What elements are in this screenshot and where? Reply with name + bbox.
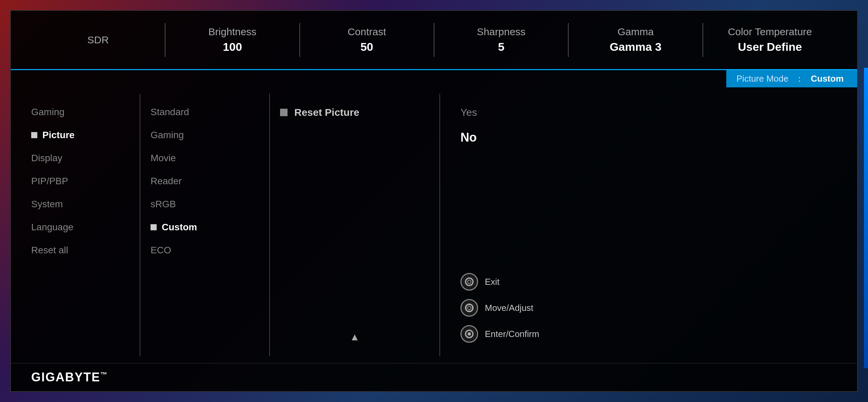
header-contrast-label: Contrast <box>348 25 386 39</box>
sub-menu-item-srgb[interactable]: sRGB <box>151 193 259 216</box>
menu-gaming-label: Gaming <box>31 107 64 118</box>
osd-panel: SDR Brightness 100 Contrast 50 Sharpness… <box>10 10 858 392</box>
svg-point-8 <box>465 330 473 338</box>
picture-mode-label: Picture Mode <box>736 73 788 84</box>
menu-display-label: Display <box>31 153 62 164</box>
menu-item-system[interactable]: System <box>31 193 130 216</box>
header-contrast-value: 50 <box>360 39 373 55</box>
header-bar: SDR Brightness 100 Contrast 50 Sharpness… <box>11 11 857 70</box>
svg-marker-4 <box>468 303 470 305</box>
menu-picture-bullet <box>31 132 37 138</box>
value-no-label: No <box>460 130 477 144</box>
option-reset-label: Reset Picture <box>294 107 359 118</box>
svg-point-2 <box>465 304 473 312</box>
control-enter-confirm-label: Enter/Confirm <box>485 329 539 339</box>
header-item-sharpness: Sharpness 5 <box>434 25 568 55</box>
value-item-yes[interactable]: Yes <box>460 101 837 124</box>
svg-marker-6 <box>465 307 467 309</box>
value-item-no[interactable]: No <box>460 124 837 151</box>
svg-point-9 <box>468 332 471 336</box>
header-item-contrast: Contrast 50 <box>300 25 434 55</box>
sub-menu-column: Standard Gaming Movie Reader sRGB Custom <box>140 87 269 363</box>
menu-pip-pbp-label: PIP/PBP <box>31 176 68 187</box>
move-adjust-icon <box>460 299 478 317</box>
control-exit[interactable]: Exit <box>460 273 837 291</box>
brand-name: GIGABYTE™ <box>31 370 108 384</box>
header-sharpness-label: Sharpness <box>477 25 525 39</box>
main-menu-column: Gaming Picture Display PIP/PBP System La… <box>11 87 140 363</box>
header-item-gamma: Gamma Gamma 3 <box>569 25 702 55</box>
sub-menu-item-movie[interactable]: Movie <box>151 147 259 170</box>
header-item-brightness: Brightness 100 <box>165 25 299 55</box>
sub-menu-item-gaming[interactable]: Gaming <box>151 124 259 147</box>
menu-item-language[interactable]: Language <box>31 216 130 239</box>
header-item-color-temp: Color Temperature User Define <box>703 25 837 55</box>
sub-movie-label: Movie <box>151 153 176 164</box>
sub-menu-item-standard[interactable]: Standard <box>151 101 259 124</box>
svg-point-0 <box>465 278 473 286</box>
sub-custom-label: Custom <box>162 222 197 233</box>
menu-picture-label: Picture <box>42 130 75 141</box>
header-gamma-label: Gamma <box>617 25 654 39</box>
options-column: Reset Picture ▲ <box>270 87 439 363</box>
sub-eco-label: ECO <box>151 245 171 256</box>
brand-bar: GIGABYTE™ <box>11 363 857 391</box>
menu-item-pip-pbp[interactable]: PIP/PBP <box>31 170 130 193</box>
sub-menu-item-eco[interactable]: ECO <box>151 239 259 262</box>
scroll-up-arrow[interactable]: ▲ <box>280 324 429 350</box>
sub-menu-item-reader[interactable]: Reader <box>151 170 259 193</box>
svg-point-1 <box>468 280 471 283</box>
main-content: Gaming Picture Display PIP/PBP System La… <box>11 87 857 363</box>
option-reset-square <box>280 109 288 116</box>
values-column: Yes No Exit <box>440 87 857 363</box>
header-sharpness-value: 5 <box>498 39 505 55</box>
menu-item-display[interactable]: Display <box>31 147 130 170</box>
sub-gaming-label: Gaming <box>151 130 184 141</box>
sub-reader-label: Reader <box>151 176 182 187</box>
header-color-temp-value: User Define <box>738 39 802 55</box>
header-gamma-value: Gamma 3 <box>610 39 662 55</box>
sub-custom-bullet <box>151 224 157 230</box>
control-move-adjust-label: Move/Adjust <box>485 303 533 313</box>
header-item-sdr: SDR <box>31 33 165 47</box>
picture-mode-colon: ： <box>795 73 804 85</box>
enter-confirm-icon <box>460 325 478 343</box>
scroll-bar[interactable] <box>864 68 868 368</box>
menu-reset-all-label: Reset all <box>31 245 68 256</box>
sub-standard-label: Standard <box>151 107 189 118</box>
picture-mode-bar: Picture Mode ： Custom <box>11 70 857 87</box>
header-brightness-label: Brightness <box>209 25 257 39</box>
value-yes-label: Yes <box>460 107 477 118</box>
menu-language-label: Language <box>31 222 74 233</box>
picture-mode-tag: Picture Mode ： Custom <box>726 70 857 87</box>
menu-system-label: System <box>31 199 63 210</box>
control-move-adjust[interactable]: Move/Adjust <box>460 299 837 317</box>
controls-section: Exit Move/Adjust <box>460 273 837 350</box>
sub-srgb-label: sRGB <box>151 199 176 210</box>
option-reset-picture[interactable]: Reset Picture <box>280 101 429 124</box>
menu-item-picture[interactable]: Picture <box>31 124 130 147</box>
control-enter-confirm[interactable]: Enter/Confirm <box>460 325 837 343</box>
picture-mode-value: Custom <box>811 73 844 84</box>
exit-icon <box>460 273 478 291</box>
header-brightness-value: 100 <box>223 39 242 55</box>
menu-item-gaming[interactable]: Gaming <box>31 101 130 124</box>
header-sdr-label: SDR <box>87 33 108 47</box>
header-color-temp-label: Color Temperature <box>728 25 812 39</box>
control-exit-label: Exit <box>485 277 499 287</box>
svg-point-3 <box>468 306 471 310</box>
sub-menu-item-custom[interactable]: Custom <box>151 216 259 239</box>
menu-item-reset-all[interactable]: Reset all <box>31 239 130 262</box>
